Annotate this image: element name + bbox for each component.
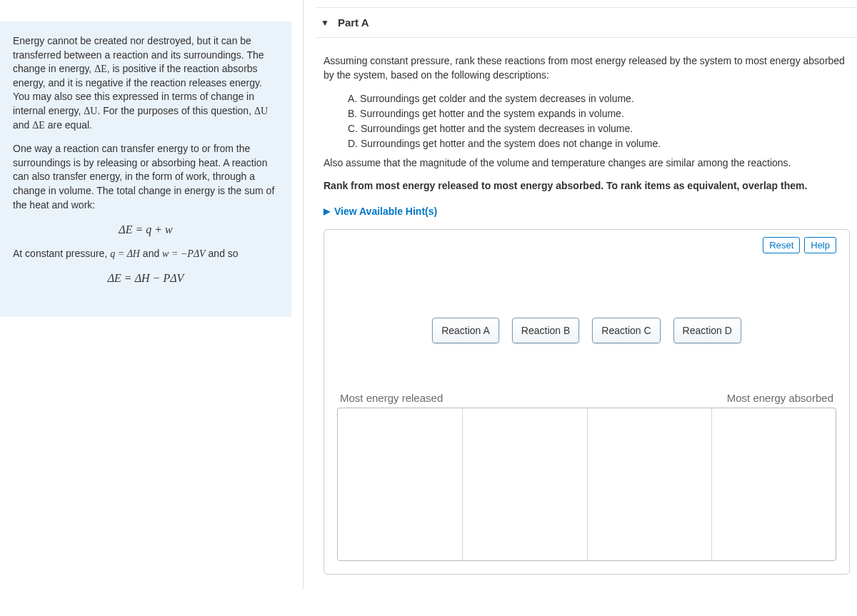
ranking-widget: Reset Help Reaction A Reaction B Reactio… — [324, 229, 850, 575]
option-d: D. Surroundings get hotter and the syste… — [348, 136, 850, 151]
caret-right-icon: ▶ — [324, 206, 330, 218]
delta-u-symbol: ΔU — [84, 106, 97, 116]
rank-instruction: Rank from most energy released to most e… — [324, 178, 850, 193]
ranking-drop-zone[interactable] — [337, 408, 836, 561]
draggable-reaction-a[interactable]: Reaction A — [432, 318, 499, 343]
delta-e-symbol: ΔE — [32, 120, 45, 131]
text: are equal. — [45, 119, 92, 131]
part-a-header[interactable]: ▼ Part A — [316, 7, 857, 38]
intro-paragraph-1: Energy cannot be created nor destroyed, … — [13, 34, 279, 132]
text: and so — [206, 248, 239, 259]
draggable-reaction-c[interactable]: Reaction C — [592, 318, 660, 343]
w-equals-pdv: w = −PΔV — [162, 248, 206, 259]
draggable-items-row: Reaction A Reaction B Reaction C Reactio… — [337, 318, 836, 343]
help-button[interactable]: Help — [804, 237, 836, 253]
text: and — [13, 119, 32, 131]
text: and — [140, 248, 162, 259]
view-hints-toggle[interactable]: ▶ View Available Hint(s) — [324, 201, 850, 228]
hints-label: View Available Hint(s) — [334, 204, 437, 218]
draggable-reaction-d[interactable]: Reaction D — [673, 318, 741, 343]
q-equals-dh: q = ΔH — [110, 248, 140, 259]
option-a: A. Surroundings get colder and the syste… — [348, 91, 850, 106]
delta-u-symbol: ΔU — [254, 106, 268, 116]
draggable-reaction-b[interactable]: Reaction B — [512, 318, 579, 343]
text: At constant pressure, — [13, 248, 110, 259]
intro-paragraph-3: At constant pressure, q = ΔH and w = −PΔ… — [13, 247, 279, 261]
rank-label-left: Most energy released — [340, 390, 443, 406]
intro-paragraph-2: One way a reaction can transfer energy t… — [13, 142, 279, 212]
reset-button[interactable]: Reset — [763, 237, 800, 253]
intro-panel: Energy cannot be created nor destroyed, … — [0, 21, 291, 317]
option-c: C. Surroundings get hotter and the syste… — [348, 121, 850, 136]
assumption-text: Also assume that the magnitude of the vo… — [324, 156, 850, 170]
caret-down-icon: ▼ — [321, 18, 329, 28]
options-list: A. Surroundings get colder and the syste… — [324, 91, 850, 151]
part-title: Part A — [338, 16, 369, 29]
option-b: B. Surroundings get hotter and the syste… — [348, 106, 850, 121]
delta-e-symbol: ΔE — [94, 64, 107, 74]
text: . For the purposes of this question, — [97, 105, 254, 116]
rank-label-right: Most energy absorbed — [727, 390, 833, 406]
equation-2: ΔE = ΔH − PΔV — [13, 271, 279, 286]
question-intro: Assuming constant pressure, rank these r… — [324, 54, 850, 83]
equation-1: ΔE = q + w — [13, 222, 279, 238]
